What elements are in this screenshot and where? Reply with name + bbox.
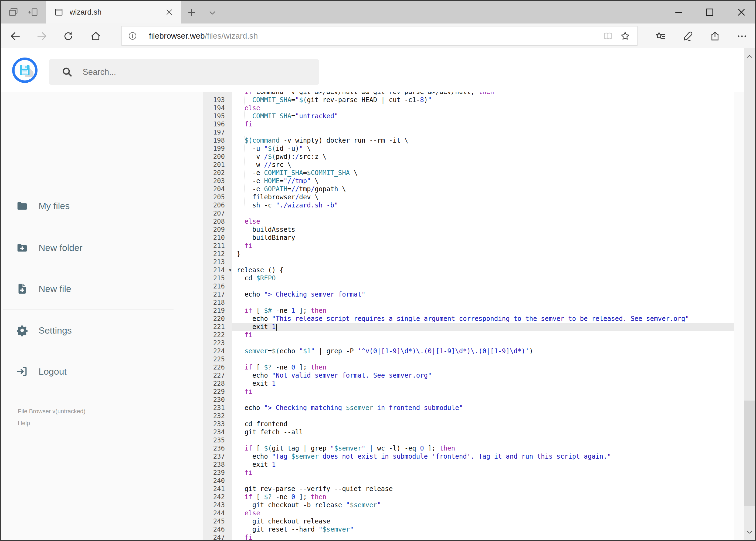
code-line-193[interactable]: 193 COMMIT_SHA="$(git rev-parse HEAD | c… xyxy=(203,96,734,104)
code-line-244[interactable]: 244 else xyxy=(203,509,734,517)
code-line-237[interactable]: 237 echo "Tag $semver does not exist in … xyxy=(203,452,734,460)
page-scrollbar[interactable] xyxy=(744,48,755,540)
code-line-200[interactable]: 200 -v /$(pwd):/src:z \ xyxy=(203,153,734,161)
code-line-225[interactable]: 225 xyxy=(203,355,734,363)
code-line-234[interactable]: 234 git fetch --all xyxy=(203,428,734,436)
sidebar-item-new-folder[interactable]: New folder xyxy=(16,235,83,260)
new-tab-button[interactable] xyxy=(186,7,197,18)
code-line-231[interactable]: 231 echo "> Checking matching $semver in… xyxy=(203,404,734,412)
home-icon[interactable] xyxy=(90,31,102,42)
code-line-217[interactable]: 217 echo "> Checking semver format" xyxy=(203,290,734,298)
url-text[interactable]: filebrowser.web/files/wizard.sh xyxy=(149,31,603,41)
code-line-198[interactable]: 198 $(command -v winpty) docker run --rm… xyxy=(203,136,734,145)
code-line-215[interactable]: 215 cd $REPO xyxy=(203,274,734,282)
code-line-219[interactable]: 219 if [ $# -ne 1 ]; then xyxy=(203,306,734,315)
code-line-238[interactable]: 238 exit 1 xyxy=(203,460,734,469)
code-line-242[interactable]: 242 if [ $? -ne 0 ]; then xyxy=(203,493,734,501)
favorites-hub-icon[interactable] xyxy=(655,31,666,42)
window-close-button[interactable] xyxy=(735,6,747,18)
code-line-247[interactable]: 247 fi xyxy=(203,533,734,540)
code-line-227[interactable]: 227 echo "Not valid semver format. See s… xyxy=(203,371,734,379)
code-line-199[interactable]: 199 -u "$(id -u)" \ xyxy=(203,145,734,153)
code-line-214[interactable]: 214▾release () { xyxy=(203,266,734,274)
code-line-246[interactable]: 246 git reset --hard "$semver" xyxy=(203,525,734,533)
code-line-194[interactable]: 194 else xyxy=(203,104,734,112)
code-line-209[interactable]: 209 buildAssets xyxy=(203,226,734,234)
more-options-icon[interactable] xyxy=(736,31,748,42)
reading-view-icon[interactable] xyxy=(603,31,613,41)
code-line-213[interactable]: 213 xyxy=(203,258,734,266)
code-line-221[interactable]: 221 exit 1 xyxy=(203,323,734,331)
code-line-212[interactable]: 212} xyxy=(203,250,734,258)
scrollbar-thumb[interactable] xyxy=(744,400,755,506)
tabs-aside-icon[interactable] xyxy=(28,7,39,18)
browser-tab[interactable]: wizard.sh xyxy=(46,1,181,24)
code-line-230[interactable]: 230 xyxy=(203,396,734,404)
code-line-222[interactable]: 222 fi xyxy=(203,331,734,339)
help-link[interactable]: Help xyxy=(18,420,30,427)
code-editor[interactable]: if command -v git &>/dev/null && git rev… xyxy=(203,92,734,540)
code-line-229[interactable]: 229 fi xyxy=(203,387,734,396)
code-line-210[interactable]: 210 buildBinary xyxy=(203,234,734,242)
code-line-240[interactable]: 240 xyxy=(203,477,734,485)
share-icon[interactable] xyxy=(709,31,721,42)
code-line-206[interactable]: 206 sh -c "./wizard.sh -b" xyxy=(203,201,734,209)
code-line-207[interactable]: 207 xyxy=(203,209,734,218)
code-line-195[interactable]: 195 COMMIT_SHA="untracked" xyxy=(203,112,734,120)
scroll-up-icon[interactable] xyxy=(746,53,753,60)
search-input[interactable] xyxy=(82,67,299,77)
fold-arrow-icon[interactable]: ▾ xyxy=(229,266,231,274)
code-line-226[interactable]: 226 if [ $? -ne 0 ]; then xyxy=(203,363,734,371)
sidebar-item-logout[interactable]: Logout xyxy=(16,359,67,384)
code-line-220[interactable]: 220 echo "This release script requires a… xyxy=(203,315,734,323)
search-bar[interactable] xyxy=(49,59,319,85)
sidebar-item-my-files[interactable]: My files xyxy=(16,194,70,218)
favorite-star-icon[interactable] xyxy=(620,31,630,41)
scroll-down-icon[interactable] xyxy=(746,528,753,536)
window-maximize-button[interactable] xyxy=(704,6,715,18)
code-line-202[interactable]: 202 -e COMMIT_SHA=$COMMIT_SHA \ xyxy=(203,169,734,177)
code-line-205[interactable]: 205 filebrowser/dev \ xyxy=(203,193,734,201)
address-bar[interactable]: filebrowser.web/files/wizard.sh xyxy=(122,26,637,46)
code-line-218[interactable]: 218 xyxy=(203,298,734,306)
line-number: 207 xyxy=(203,209,232,218)
code-line-243[interactable]: 243 git checkout -b release "$semver" xyxy=(203,501,734,509)
code-line-204[interactable]: 204 -e GOPATH=//tmp/gopath \ xyxy=(203,185,734,193)
filebrowser-logo[interactable] xyxy=(12,58,38,83)
sidebar-item-new-file[interactable]: New file xyxy=(16,276,71,301)
code-line-208[interactable]: 208 else xyxy=(203,218,734,226)
code-text xyxy=(232,128,734,136)
forward-icon[interactable] xyxy=(36,31,48,42)
refresh-icon[interactable] xyxy=(63,31,74,42)
code-line-232[interactable]: 232 xyxy=(203,412,734,420)
code-line-233[interactable]: 233 cd frontend xyxy=(203,420,734,428)
code-line-224[interactable]: 224 semver=$(echo "$1" | grep -P '^v(0|[… xyxy=(203,347,734,355)
code-line-197[interactable]: 197 xyxy=(203,128,734,136)
code-text: cd $REPO xyxy=(232,274,734,282)
code-line-203[interactable]: 203 -e HOME="//tmp" \ xyxy=(203,177,734,185)
code-line-241[interactable]: 241 git rev-parse --verify --quiet relea… xyxy=(203,485,734,493)
web-notes-pen-icon[interactable] xyxy=(682,31,694,42)
sidebar-item-settings[interactable]: Settings xyxy=(16,318,72,343)
tab-list-chevron-icon[interactable] xyxy=(207,8,217,18)
code-line[interactable]: if command -v git &>/dev/null && git rev… xyxy=(203,92,734,96)
code-line-196[interactable]: 196 fi xyxy=(203,120,734,128)
window-minimize-button[interactable] xyxy=(673,6,685,18)
code-line-201[interactable]: 201 -w //src \ xyxy=(203,161,734,169)
code-line-245[interactable]: 245 git checkout release xyxy=(203,517,734,525)
code-line-239[interactable]: 239 fi xyxy=(203,469,734,477)
line-number: 226 xyxy=(203,363,232,371)
code-line-211[interactable]: 211 fi xyxy=(203,242,734,250)
code-line-228[interactable]: 228 exit 1 xyxy=(203,379,734,387)
line-number: 246 xyxy=(203,525,232,533)
tab-preview-icon[interactable] xyxy=(8,7,19,18)
line-number: 193 xyxy=(203,96,232,104)
code-line-236[interactable]: 236 if [ $(git tag | grep "$semver" | wc… xyxy=(203,444,734,452)
site-info-icon[interactable] xyxy=(127,31,137,41)
code-line-216[interactable]: 216 xyxy=(203,282,734,290)
code-line-235[interactable]: 235 xyxy=(203,436,734,444)
back-icon[interactable] xyxy=(10,31,21,42)
tab-close-icon[interactable] xyxy=(165,8,174,17)
code-line-223[interactable]: 223 xyxy=(203,339,734,347)
app-version-text: File Browser v(untracked) xyxy=(18,408,86,415)
